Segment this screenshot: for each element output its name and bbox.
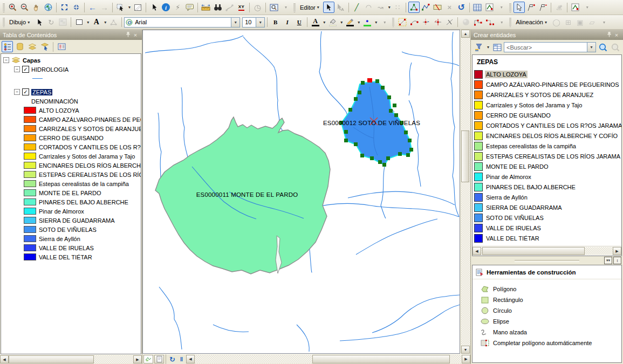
create-features-close-icon[interactable]: × (613, 32, 620, 38)
align-circle-icon[interactable]: ◯ (551, 17, 562, 28)
cut-polygons-icon[interactable] (432, 2, 443, 13)
fill-color-dropdown[interactable]: ▾ (339, 20, 344, 25)
find-icon[interactable] (212, 2, 223, 13)
toc-options-icon[interactable] (56, 41, 67, 52)
line-color-dropdown[interactable]: ▾ (357, 20, 361, 25)
hyperlink-icon[interactable]: ⚡ (172, 2, 183, 13)
template-search-combobox[interactable]: <Buscar> ▾ (504, 42, 596, 52)
dibujo-menu[interactable]: Dibujo▾ (7, 17, 33, 28)
reshape-feature-icon[interactable] (420, 2, 432, 13)
map-scroll-right-icon[interactable]: ▶ (462, 355, 470, 363)
draw-edit-vertices-icon[interactable] (108, 17, 119, 28)
feature-template-item[interactable]: SIERRA DE GUADARRAMA (473, 202, 621, 212)
html-popup-icon[interactable] (184, 2, 195, 13)
line-color-button[interactable] (344, 17, 355, 28)
rectangle-tool-icon[interactable] (73, 17, 85, 28)
list-by-visibility-icon[interactable] (26, 41, 38, 52)
font-color-button[interactable]: A (310, 17, 321, 28)
draw-toolbar-grip[interactable] (3, 17, 5, 27)
scroll-left-icon[interactable]: ◀ (0, 355, 9, 363)
map-vertical-scrollbar[interactable]: ▲ ▼ (461, 30, 470, 354)
fixed-zoom-out-icon[interactable] (71, 2, 82, 13)
layer-zepas[interactable]: − ✓ ZEPAS (1, 87, 141, 97)
template-group-zepas[interactable]: ZEPAS (473, 55, 621, 69)
draw-select-elements-icon[interactable] (33, 17, 45, 28)
feature-template-item[interactable]: Sierra de Ayllón (473, 192, 621, 202)
viewer-window-icon[interactable] (268, 2, 279, 13)
next-extent-icon[interactable]: → (99, 2, 110, 13)
zoom-in-icon[interactable] (7, 2, 18, 13)
font-dropdown-button[interactable]: ▾ (231, 18, 239, 27)
shared-features-icon[interactable] (570, 2, 581, 13)
midpoint-snapping-icon[interactable] (432, 17, 443, 28)
legend-item[interactable]: MONTE DE EL PARDO (1, 188, 141, 197)
template-scroll-thumb[interactable] (482, 247, 585, 255)
sketch-properties-icon[interactable] (484, 2, 495, 13)
feature-template-item[interactable]: CARRIZALES Y SOTOS DE ARANJUEZ (473, 90, 621, 100)
feature-template-item[interactable]: VALLE DE IRUELAS (473, 223, 621, 233)
text-tool-dropdown[interactable]: ▾ (103, 20, 107, 25)
legend-item[interactable]: Carrizales y Sotos del Jarama y Tajo (1, 152, 141, 161)
text-tool-icon[interactable]: A (91, 17, 102, 28)
select-features-icon[interactable] (115, 2, 126, 13)
identify-icon[interactable]: i (160, 2, 172, 13)
font-color-dropdown[interactable]: ▾ (322, 20, 326, 25)
list-by-drawing-order-icon[interactable] (2, 41, 13, 52)
legend-item[interactable]: VALLE DE IRUELAS (1, 243, 141, 252)
map-scroll-left-icon[interactable]: ◀ (186, 355, 195, 363)
flag-add-icon[interactable] (525, 2, 537, 13)
font-size-combobox[interactable]: 10 ▾ (242, 17, 265, 28)
collapse-icon[interactable]: − (14, 66, 20, 72)
map-hscroll-thumb[interactable] (312, 355, 450, 363)
alineacion-menu[interactable]: Alineación▾ (514, 17, 550, 28)
collapse-icon[interactable]: − (14, 89, 20, 95)
collapse-section-icon[interactable]: ▾▾ (604, 257, 612, 264)
time-slider-icon[interactable]: ◷ (252, 2, 263, 13)
alignment-overflow-icon[interactable]: ▾ (598, 17, 610, 28)
organize-templates-icon[interactable] (491, 42, 503, 53)
align-grid-icon[interactable]: ⊞ (563, 17, 574, 28)
snap-sphere-icon[interactable] (460, 17, 471, 28)
tool-circle[interactable]: Círculo (473, 305, 621, 316)
pause-drawing-icon[interactable]: ‖ (177, 355, 186, 363)
toc-close-icon[interactable]: × (132, 32, 139, 38)
feature-template-item[interactable]: Pinar de Almorox (473, 171, 621, 182)
legend-item[interactable]: Estepas cerealistas de la campiña (1, 179, 141, 188)
expand-section-icon[interactable]: I (613, 257, 621, 264)
panel-splitter[interactable]: ▾▾ I (471, 256, 623, 265)
legend-item[interactable]: PINARES DEL BAJO ALBERCHE (1, 197, 141, 207)
feature-template-item[interactable]: ESTEPAS CEREALISTAS DE LOS RÍOS JARAMA Y… (473, 151, 621, 161)
measure-icon[interactable] (200, 2, 211, 13)
marker-color-dropdown[interactable]: ▾ (374, 20, 378, 25)
select-elements-icon[interactable] (148, 2, 160, 13)
zepas-checkbox[interactable]: ✓ (22, 88, 29, 95)
zoom-out-icon[interactable] (19, 2, 30, 13)
refresh-view-icon[interactable]: ↻ (168, 355, 177, 363)
template-filter-icon[interactable] (473, 42, 484, 53)
toc-horizontal-scrollbar[interactable]: ◀ ▶ (0, 354, 142, 364)
select-features-dropdown[interactable]: ▾ (127, 5, 132, 10)
clear-selection-icon[interactable] (132, 2, 143, 13)
underline-button[interactable]: U (293, 17, 305, 28)
collapse-icon[interactable]: − (3, 57, 9, 63)
trace-dropdown[interactable]: ▾ (387, 5, 392, 10)
rotate-tool-icon[interactable]: ↺ (456, 2, 467, 13)
snapping-toolbar-grip[interactable] (392, 17, 394, 27)
toolbar-grip[interactable] (3, 3, 5, 12)
template-filter-dropdown[interactable]: ▾ (486, 45, 490, 50)
fill-color-button[interactable] (327, 17, 338, 28)
marker-color-button[interactable]: ● (361, 17, 373, 28)
legend-item[interactable]: ALTO LOZOYA (1, 106, 141, 115)
toc-root-layers[interactable]: − Capas (1, 56, 141, 65)
modify-edge-icon[interactable] (553, 2, 565, 13)
zoom-to-selected-icon[interactable] (57, 17, 69, 28)
edit-tool-icon[interactable] (323, 2, 334, 13)
snapping-overflow-icon[interactable]: ▾ (496, 17, 507, 28)
feature-template-item[interactable]: CAMPO AZÁLVARO-PINARES DE PEGUERINOS (473, 79, 621, 90)
edit-vertices-icon[interactable] (408, 2, 420, 13)
legend-item[interactable]: CERRO DE GUISANDO (1, 133, 141, 142)
map-view[interactable]: ES0000011 MONTE DE EL PARDO ES0000012 SO… (142, 30, 460, 354)
straight-segment-icon[interactable]: ╱ (351, 2, 362, 13)
legend-item[interactable]: ENCINARES DELOS RÍOS ALBERCHE Y (1, 161, 141, 170)
layout-view-button[interactable] (154, 355, 164, 363)
